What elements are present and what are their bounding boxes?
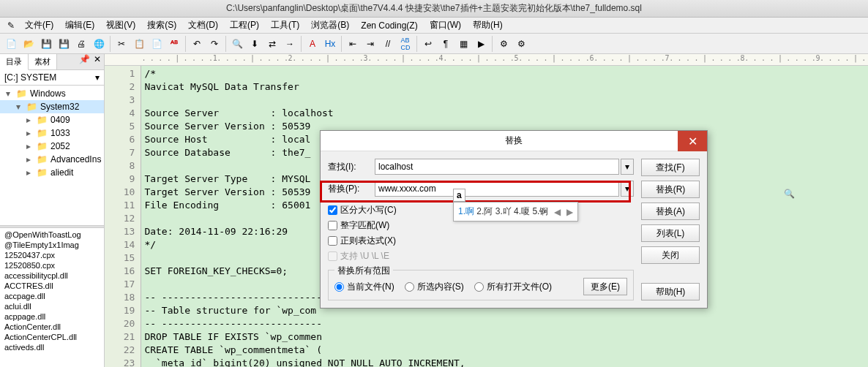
tab-material[interactable]: 素材 [29,54,57,69]
window-title: C:\Users\panfanglin\Desktop\桌面\the7V4.4.… [226,2,642,15]
scope-allopen-radio[interactable]: 所有打开文件(O) [474,278,552,295]
menu-工具[interactable]: 工具(T) [265,18,305,33]
path-bar[interactable]: [C:] SYSTEM ▾ [0,70,104,86]
file-item[interactable]: 12520850.cpx [0,260,104,270]
save-all-icon[interactable]: 💾 [56,36,72,52]
scope-selection-radio[interactable]: 所选内容(S) [405,278,464,295]
find-input[interactable] [375,159,619,175]
replace-all-button[interactable]: 替换(A) [641,203,700,220]
new-file-icon[interactable]: 📄 [3,36,19,52]
ime-candidates[interactable]: 2.阿 3.吖 4.嗄 5.锕 [476,206,548,216]
tree-item[interactable]: ▸📁1033 [0,126,104,140]
replace-button[interactable]: 替换(R) [641,181,700,198]
file-item[interactable]: ACCTRES.dll [0,281,104,291]
regex-checkbox[interactable]: 正则表达式(X) [328,233,481,249]
ime-next-icon[interactable]: ▶ [566,207,573,217]
menu-窗口[interactable]: 窗口(W) [424,18,467,33]
replace-input[interactable] [375,181,619,197]
indent-l-icon[interactable]: ⇤ [345,36,361,52]
browser-icon[interactable]: 🌐 [91,36,107,52]
print-icon[interactable]: 🖨 [73,36,89,52]
help-button[interactable]: 帮助(H) [641,283,700,300]
line-gutter: 1234567891011121314151617181920212223242… [105,66,141,367]
undo-icon[interactable]: ↶ [189,36,205,52]
file-item[interactable]: accpage.dll [0,291,104,301]
find-label: 查找(I): [328,161,370,173]
file-item[interactable]: accessibilitycpl.dll [0,270,104,281]
menu-工程[interactable]: 工程(P) [224,18,265,33]
para-icon[interactable]: ¶ [438,36,454,52]
close-button[interactable]: 关闭 [641,246,700,264]
file-list[interactable]: @OpenWithToastLog@TileEmpty1x1Imag125204… [0,228,104,367]
dialog-title: 替换 [505,135,523,147]
save-icon[interactable]: 💾 [38,36,54,52]
dialog-close-button[interactable]: ✕ [678,131,707,151]
doc-icon[interactable]: ▦ [455,36,471,52]
file-item[interactable]: ActionCenterCPL.dll [0,332,104,342]
list-button[interactable]: 列表(L) [641,224,700,242]
window-title-bar: C:\Users\panfanglin\Desktop\桌面\the7V4.4.… [0,0,868,18]
file-item[interactable]: aclui.dll [0,301,104,311]
file-item[interactable]: ActionCenter.dll [0,322,104,332]
tree-item[interactable]: ▸📁AdvancedIns [0,153,104,166]
tab-directory[interactable]: 目录 [0,54,29,70]
file-item[interactable]: @OpenWithToastLog [0,230,104,240]
file-item[interactable]: 12520437.cpx [0,250,104,260]
menu-视图[interactable]: 视图(V) [100,18,141,33]
tool1-icon[interactable]: ⚙ [495,36,512,52]
tree-item[interactable]: ▸📁0409 [0,113,104,126]
find-history-dropdown[interactable]: ▾ [621,159,634,175]
app-icon[interactable]: ✎ [3,18,19,34]
wrap-icon[interactable]: ↩ [420,36,436,52]
comment-icon[interactable]: // [380,36,396,52]
menu-文档[interactable]: 文档(D) [182,18,224,33]
run-icon[interactable]: ▶ [473,36,489,52]
open-icon[interactable]: 📂 [20,36,37,52]
copy-icon[interactable]: 📋 [131,36,147,52]
sidebar-tabs: 目录 素材 📌 ✕ [0,54,104,70]
pin-icon[interactable]: 📌 [78,54,91,69]
hex-icon[interactable]: Hx [322,36,338,52]
tree-item[interactable]: ▸📁aliedit [0,166,104,179]
spell-icon[interactable]: ᴬᴮ [166,36,182,52]
menu-浏览器[interactable]: 浏览器(B) [305,18,355,33]
replace-label: 替换(P): [328,183,370,195]
paste-icon[interactable]: 📄 [149,36,165,52]
ime-prev-icon[interactable]: ◀ [554,207,561,217]
menu-编辑[interactable]: 编辑(E) [59,18,100,33]
menu-文件[interactable]: 文件(F) [19,18,59,33]
find-button[interactable]: 查找(F) [641,159,700,176]
file-item[interactable]: acppage.dll [0,311,104,322]
menu-zen coding[interactable]: Zen Coding(Z) [355,19,423,32]
redo-icon[interactable]: ↷ [206,36,222,52]
goto-icon[interactable]: → [282,36,298,52]
file-item[interactable]: activeds.dll [0,342,104,352]
scope-title: 替换所有范围 [334,265,393,277]
ruler: . . . . | . . . .1. . . . | . . . .2. . … [105,54,868,66]
close-icon[interactable]: ✕ [91,54,104,69]
folder-tree[interactable]: ▾📁Windows▾📁System32▸📁0409▸📁1033▸📁2052▸📁A… [0,86,104,225]
scope-current-radio[interactable]: 当前文件(N) [334,278,394,295]
more-button[interactable]: 更多(E) [583,278,627,295]
tree-item[interactable]: ▸📁2052 [0,140,104,153]
menu-搜索[interactable]: 搜索(S) [141,18,182,33]
menu-bar: ✎ 文件(F)编辑(E)视图(V)搜索(S)文档(D)工程(P)工具(T)浏览器… [0,18,868,34]
replace-history-dropdown[interactable]: ▾ [621,181,634,197]
dialog-title-bar[interactable]: 替换 ✕ [321,131,707,151]
escape-checkbox: 支持 \U \L \E [328,249,481,264]
block-icon[interactable]: ABCD [397,36,414,52]
cut-icon[interactable]: ✂ [113,36,130,52]
file-item[interactable]: @TileEmpty1x1Imag [0,240,104,250]
font-color-icon[interactable]: A [304,36,321,52]
replace-icon[interactable]: ⇄ [264,36,280,52]
tool2-icon[interactable]: ⚙ [513,36,529,52]
find-icon[interactable]: 🔍 [229,36,245,52]
tree-item[interactable]: ▾📁System32 [0,100,104,113]
ime-composition: a [453,189,465,202]
tree-item[interactable]: ▾📁Windows [0,87,104,100]
ime-candidate-bar[interactable]: 1.啊 2.阿 3.吖 4.嗄 5.锕 ◀ ▶ [453,202,578,222]
search-icon[interactable]: 🔍 [784,189,795,199]
indent-r-icon[interactable]: ⇥ [362,36,378,52]
find-next-icon[interactable]: ⬇ [247,36,263,52]
menu-帮助[interactable]: 帮助(H) [467,18,509,33]
